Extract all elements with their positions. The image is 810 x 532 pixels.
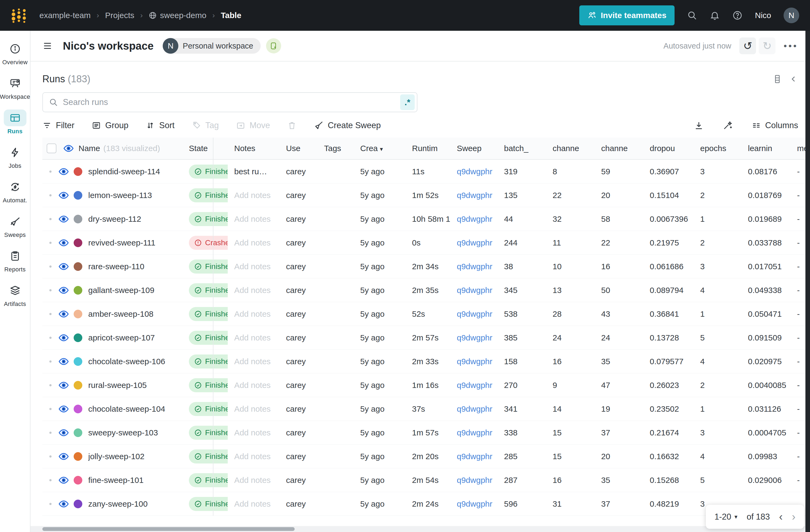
sweep-link[interactable]: q9dwgphr: [457, 191, 492, 200]
column-header-created[interactable]: Crea▾: [354, 144, 406, 153]
drag-handle[interactable]: [49, 503, 51, 505]
sweep-link[interactable]: q9dwgphr: [457, 214, 492, 223]
page-range-dropdown[interactable]: 1-20▾: [714, 512, 738, 522]
run-name-link[interactable]: splendid-sweep-114: [88, 167, 160, 176]
visibility-eye-icon[interactable]: [59, 285, 69, 295]
table-row[interactable]: apricot-sweep-107 Finished Add notes car…: [42, 326, 810, 350]
sweep-link[interactable]: q9dwgphr: [457, 475, 492, 485]
drag-handle[interactable]: [49, 384, 51, 386]
sweep-link[interactable]: q9dwgphr: [457, 262, 492, 271]
breadcrumb-project[interactable]: sweep-demo: [149, 11, 206, 20]
column-header-state[interactable]: State: [182, 144, 228, 153]
column-header-dropout[interactable]: dropou: [643, 144, 694, 153]
run-name-link[interactable]: rural-sweep-105: [88, 381, 147, 390]
notes-cell[interactable]: Add notes: [228, 309, 279, 319]
column-header-user[interactable]: Use: [279, 144, 318, 153]
table-row[interactable]: lemon-sweep-113 Finished Add notes carey…: [42, 183, 810, 207]
sidebar-item-overview[interactable]: Overview: [0, 41, 30, 75]
notes-cell[interactable]: Add notes: [228, 499, 279, 509]
run-name-link[interactable]: chocolate-sweep-104: [88, 404, 165, 414]
scrollbar-thumb[interactable]: [42, 527, 295, 531]
run-name-link[interactable]: jolly-sweep-102: [88, 452, 144, 461]
sweep-link[interactable]: q9dwgphr: [457, 452, 492, 461]
drag-handle[interactable]: [49, 455, 51, 457]
run-name-link[interactable]: amber-sweep-108: [88, 309, 153, 319]
drag-handle[interactable]: [49, 337, 51, 339]
drag-handle[interactable]: [49, 242, 51, 244]
notes-cell[interactable]: Add notes: [228, 214, 279, 224]
table-row[interactable]: gallant-sweep-109 Finished Add notes car…: [42, 278, 810, 302]
column-header-epochs[interactable]: epochs: [694, 144, 742, 153]
move-button[interactable]: Move: [236, 120, 270, 130]
visibility-eye-icon[interactable]: [59, 428, 69, 438]
drag-handle[interactable]: [49, 432, 51, 434]
run-name-link[interactable]: fine-sweep-101: [88, 475, 144, 485]
run-name-link[interactable]: lemon-sweep-113: [88, 191, 152, 200]
run-name-link[interactable]: dry-sweep-112: [88, 214, 141, 224]
table-row[interactable]: chocolate-sweep-106 Finished Add notes c…: [42, 350, 810, 373]
notes-cell[interactable]: Add notes: [228, 333, 279, 342]
sweep-link[interactable]: q9dwgphr: [457, 238, 492, 247]
drag-handle[interactable]: [49, 360, 51, 362]
breadcrumb-page[interactable]: Table: [221, 11, 241, 20]
column-header-notes[interactable]: Notes: [228, 144, 279, 153]
run-name-link[interactable]: rare-sweep-110: [88, 262, 144, 271]
visibility-eye-icon[interactable]: [59, 380, 69, 390]
sweep-link[interactable]: q9dwgphr: [457, 286, 492, 295]
notes-cell[interactable]: Add notes: [228, 381, 279, 390]
visibility-eye-icon[interactable]: [59, 404, 69, 414]
user-name[interactable]: Nico: [755, 11, 771, 20]
sweep-link[interactable]: q9dwgphr: [457, 167, 492, 176]
drag-handle[interactable]: [49, 289, 51, 291]
table-row[interactable]: rare-sweep-110 Finished Add notes carey …: [42, 255, 810, 278]
notes-cell[interactable]: Add notes: [228, 286, 279, 295]
visibility-eye-icon[interactable]: [59, 261, 69, 272]
table-row[interactable]: amber-sweep-108 Finished Add notes carey…: [42, 302, 810, 326]
drag-handle[interactable]: [49, 194, 51, 196]
sidebar-item-reports[interactable]: Reports: [0, 248, 30, 282]
sidebar-item-artifacts[interactable]: Artifacts: [0, 282, 30, 317]
visibility-eye-icon[interactable]: [59, 499, 69, 509]
export-download-icon[interactable]: [694, 120, 704, 130]
notes-cell[interactable]: Add notes: [228, 357, 279, 366]
horizontal-scrollbar[interactable]: [31, 526, 806, 532]
sidebar-item-workspace[interactable]: Workspace: [0, 75, 30, 110]
notes-cell[interactable]: Add notes: [228, 404, 279, 414]
previous-page-button[interactable]: ‹: [779, 511, 782, 523]
table-row[interactable]: rural-sweep-105 Finished Add notes carey…: [42, 373, 810, 397]
column-header-sweep[interactable]: Sweep: [450, 144, 498, 153]
sidebar-item-jobs[interactable]: Jobs: [0, 144, 30, 179]
column-header-runtime[interactable]: Runtim: [406, 144, 450, 153]
run-name-link[interactable]: gallant-sweep-109: [88, 286, 154, 295]
sidebar-item-automations[interactable]: Automat.: [0, 179, 30, 213]
sweep-link[interactable]: q9dwgphr: [457, 404, 492, 413]
select-all-checkbox[interactable]: [47, 144, 56, 153]
sidebar-item-runs[interactable]: Runs: [0, 110, 30, 144]
create-sweep-button[interactable]: Create Sweep: [314, 120, 381, 130]
drag-handle[interactable]: [49, 171, 51, 173]
workspace-sparkle-icon[interactable]: [266, 38, 281, 53]
sort-button[interactable]: Sort: [146, 120, 175, 130]
table-row[interactable]: chocolate-sweep-104 Finished Add notes c…: [42, 397, 810, 421]
frozen-column-divider[interactable]: [213, 138, 213, 516]
panel-stack-icon[interactable]: [773, 75, 782, 84]
drag-handle[interactable]: [49, 265, 51, 268]
notes-cell[interactable]: best ru…: [228, 167, 279, 176]
drag-handle[interactable]: [49, 313, 51, 315]
notes-cell[interactable]: Add notes: [228, 262, 279, 271]
run-name-link[interactable]: zany-sweep-100: [88, 499, 148, 509]
column-header-ch1[interactable]: channe: [546, 144, 595, 153]
name-header-label[interactable]: Name: [79, 144, 100, 153]
notes-cell[interactable]: Add notes: [228, 452, 279, 461]
notifications-bell-icon[interactable]: [710, 10, 720, 20]
tag-button[interactable]: Tag: [192, 120, 219, 130]
columns-button[interactable]: Columns: [752, 120, 798, 130]
column-header-batch[interactable]: batch_: [498, 144, 546, 153]
breadcrumb-projects[interactable]: Projects: [105, 11, 134, 20]
breadcrumb-team[interactable]: example-team: [39, 11, 91, 20]
sweep-link[interactable]: q9dwgphr: [457, 357, 492, 366]
visibility-eye-icon[interactable]: [59, 166, 69, 177]
table-row[interactable]: sweepy-sweep-103 Finished Add notes care…: [42, 421, 810, 445]
group-button[interactable]: Group: [92, 120, 128, 130]
sweep-link[interactable]: q9dwgphr: [457, 499, 492, 508]
